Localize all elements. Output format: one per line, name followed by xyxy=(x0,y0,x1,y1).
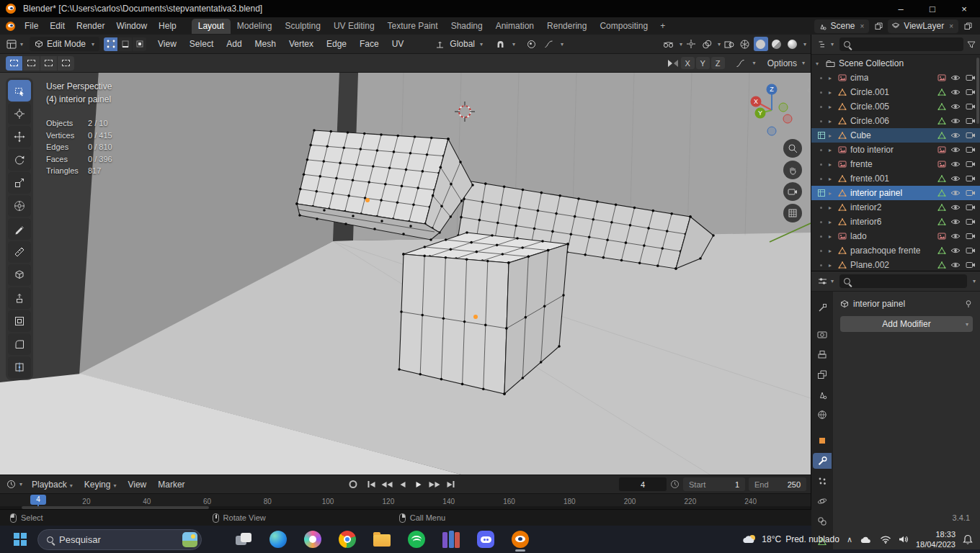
expand-arrow-icon[interactable]: ▸ xyxy=(829,204,835,211)
gizmo-y-label[interactable]: Y xyxy=(758,109,762,117)
new-scene-button[interactable] xyxy=(872,19,885,32)
expand-arrow-icon[interactable]: ▸ xyxy=(829,75,835,81)
timeline-menu-item[interactable]: Playback xyxy=(26,478,79,491)
camera-visibility-icon[interactable] xyxy=(964,146,976,153)
toggle-xray-icon[interactable] xyxy=(722,37,736,51)
properties-editor-type-button[interactable]: ▾ xyxy=(816,276,836,287)
object-name[interactable]: Circle.001 xyxy=(850,87,889,97)
snapping-magnet-icon[interactable] xyxy=(493,37,507,51)
remove-view-layer-icon[interactable]: × xyxy=(948,22,955,30)
tab-render[interactable] xyxy=(813,326,832,342)
camera-visibility-icon[interactable] xyxy=(964,103,976,110)
menu-item[interactable]: Edit xyxy=(44,19,71,32)
tab-output[interactable] xyxy=(813,346,832,362)
hide-eye-icon[interactable] xyxy=(949,103,961,110)
object-name[interactable]: interior6 xyxy=(850,217,881,227)
object-name[interactable]: frente xyxy=(850,159,873,169)
select-extend-mode-button[interactable] xyxy=(23,56,40,71)
add-workspace-button[interactable]: + xyxy=(655,21,670,31)
task-view-button[interactable] xyxy=(231,526,257,552)
outliner-editor-type-button[interactable]: ▾ xyxy=(816,39,836,50)
outliner-item[interactable]: ▸ frente.001 xyxy=(811,171,980,186)
camera-visibility-icon[interactable] xyxy=(964,261,976,269)
expand-arrow-icon[interactable]: ▸ xyxy=(829,147,835,153)
object-name[interactable]: Cube xyxy=(850,130,871,140)
hide-eye-icon[interactable] xyxy=(949,89,961,96)
object-name[interactable]: Circle.005 xyxy=(850,102,889,112)
snap-falloff-icon[interactable] xyxy=(734,56,748,71)
tool-move[interactable] xyxy=(8,126,31,148)
camera-visibility-icon[interactable] xyxy=(964,161,976,168)
expand-arrow-icon[interactable]: ▸ xyxy=(829,118,835,125)
timeline-scrollbar[interactable] xyxy=(0,506,811,509)
timeline-menu-item[interactable]: Keying xyxy=(79,478,122,491)
filter-funnel-icon[interactable] xyxy=(967,40,976,49)
show-gizmo-icon[interactable] xyxy=(684,37,698,51)
tool-loop-cut[interactable] xyxy=(8,356,31,378)
jump-to-next-keyframe-button[interactable] xyxy=(427,478,442,491)
object-name[interactable]: Circle.006 xyxy=(850,116,889,126)
outliner-item[interactable]: ▸ Cube xyxy=(811,128,980,143)
volume-icon[interactable] xyxy=(899,535,909,544)
winrar-button[interactable] xyxy=(438,526,464,552)
menu-item[interactable]: Render xyxy=(71,19,110,32)
shading-material-icon[interactable] xyxy=(770,37,784,51)
workspace-tab[interactable]: Texture Paint xyxy=(381,19,445,34)
outliner-item[interactable]: ▸ Circle.005 xyxy=(811,99,980,114)
expand-arrow-icon[interactable]: ▸ xyxy=(829,176,835,182)
scene-collection-row[interactable]: ▾ Scene Collection xyxy=(811,56,980,71)
expand-arrow-icon[interactable]: ▸ xyxy=(829,248,835,254)
tool-cursor[interactable] xyxy=(8,103,31,125)
hide-eye-icon[interactable] xyxy=(949,117,961,125)
mode-dropdown[interactable]: Edit Mode ▾ xyxy=(30,37,99,51)
expand-arrow-icon[interactable]: ▸ xyxy=(829,262,835,269)
viewport-menu-item[interactable]: Vertex xyxy=(283,37,319,50)
tool-scale[interactable] xyxy=(8,172,31,194)
select-intersect-mode-button[interactable] xyxy=(58,56,74,71)
menu-item[interactable]: File xyxy=(19,19,44,32)
pin-icon[interactable] xyxy=(964,300,973,308)
viewport-menu-item[interactable]: Mesh xyxy=(249,37,282,50)
viewport-3d-scene[interactable] xyxy=(0,73,811,475)
tray-overflow-chevron-icon[interactable]: ∧ xyxy=(847,535,852,544)
play-button[interactable] xyxy=(411,478,426,491)
camera-visibility-icon[interactable] xyxy=(964,218,976,225)
select-set-mode-button[interactable] xyxy=(6,56,22,71)
camera-visibility-icon[interactable] xyxy=(964,175,976,182)
weather-widget[interactable]: 18°C Pred. nublado xyxy=(743,534,839,545)
tab-particles[interactable] xyxy=(813,473,832,489)
options-dropdown[interactable]: Options xyxy=(767,58,797,68)
close-button[interactable]: × xyxy=(948,0,980,17)
timeline-ruler[interactable]: 20406080100120140160180200220240 4 xyxy=(0,493,811,509)
orientation-label[interactable]: Global xyxy=(450,39,475,49)
hide-eye-icon[interactable] xyxy=(949,261,961,269)
clock-datetime[interactable]: 18:33 18/04/2023 xyxy=(916,529,956,550)
gizmo-x-label[interactable]: X xyxy=(754,98,758,105)
photos-button[interactable] xyxy=(300,526,326,552)
proportional-editing-icon[interactable] xyxy=(524,37,538,51)
outliner-item[interactable]: ▸ interior2 xyxy=(811,200,980,215)
blender-app-button[interactable] xyxy=(507,526,533,552)
scene-selector[interactable]: Scene × xyxy=(814,19,869,33)
jump-to-start-button[interactable] xyxy=(364,478,378,491)
workspace-tab[interactable]: Animation xyxy=(489,19,540,34)
orientation-dropdown[interactable] xyxy=(432,37,447,51)
editor-type-button[interactable]: ▾ xyxy=(4,38,25,50)
outliner-item[interactable]: ▸ Circle.001 xyxy=(811,85,980,99)
tool-inset-faces[interactable] xyxy=(8,310,31,332)
tab-object[interactable] xyxy=(813,433,832,449)
edge-button[interactable] xyxy=(265,526,291,552)
tool-select-box[interactable] xyxy=(8,80,31,102)
play-reverse-button[interactable] xyxy=(396,478,410,491)
viewport-menu-item[interactable]: Face xyxy=(354,37,385,50)
outliner-item[interactable]: ▸ cima xyxy=(811,71,980,85)
outliner-item[interactable]: ▸ Circle.006 xyxy=(811,114,980,128)
pan-hand-button[interactable] xyxy=(783,161,802,179)
chrome-button[interactable] xyxy=(334,526,360,552)
tool-add-cube[interactable] xyxy=(8,264,31,286)
spotify-button[interactable] xyxy=(404,526,429,552)
viewport-menu-item[interactable]: UV xyxy=(386,37,410,50)
camera-visibility-icon[interactable] xyxy=(964,233,976,240)
workspace-tab[interactable]: Shading xyxy=(445,19,489,34)
object-name[interactable]: lado xyxy=(850,231,867,241)
